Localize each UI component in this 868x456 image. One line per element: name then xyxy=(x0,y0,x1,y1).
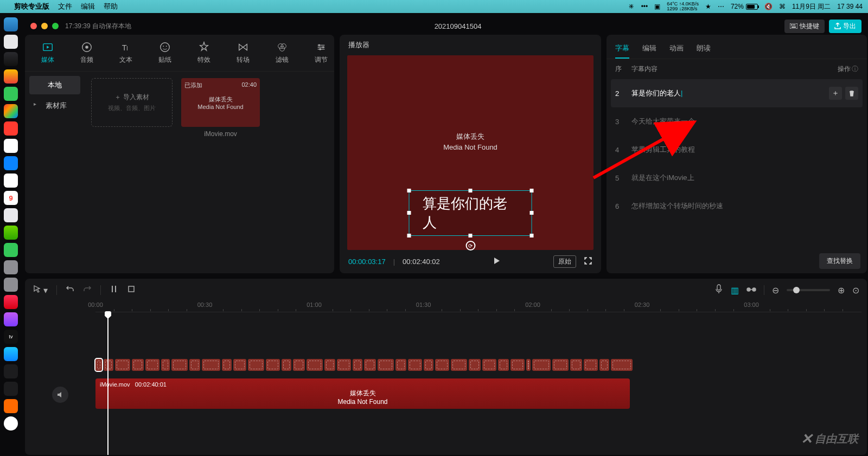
dock-app[interactable] xyxy=(4,416,18,431)
subtitle-row[interactable]: 3今天给大家带来一个 ＋ xyxy=(611,107,863,136)
mute-track-button[interactable] xyxy=(52,387,68,403)
menubar-date[interactable]: 11月9日 周二 xyxy=(792,2,831,11)
menu-file[interactable]: 文件 xyxy=(58,2,72,11)
volume-muted-icon[interactable]: 🔇 xyxy=(764,3,773,10)
subtitle-clip[interactable] xyxy=(293,359,305,371)
export-button[interactable]: 导出 xyxy=(829,20,861,33)
magnet-icon[interactable]: ▥ xyxy=(731,285,739,296)
menu-extra-icon[interactable]: ⋯ xyxy=(718,3,724,10)
status-grid-icon[interactable]: ⛯ xyxy=(628,3,635,10)
battery-indicator[interactable]: 72% xyxy=(731,3,758,10)
dock-app[interactable] xyxy=(4,121,18,136)
subtitle-clip[interactable] xyxy=(307,359,323,371)
subtitle-clip[interactable] xyxy=(132,359,144,371)
add-subtitle-icon[interactable]: ＋ xyxy=(829,200,842,213)
find-replace-button[interactable]: 查找替换 xyxy=(819,253,860,269)
subtitle-track[interactable] xyxy=(95,359,861,375)
subtitle-clip[interactable] xyxy=(104,359,113,371)
playhead[interactable] xyxy=(107,312,108,455)
subtitle-clip[interactable] xyxy=(510,359,525,371)
subtitle-clip[interactable] xyxy=(469,359,481,371)
import-media-button[interactable]: ＋ 导入素材 视频、音频、图片 xyxy=(91,78,173,127)
tab-sticker[interactable]: 贴纸 xyxy=(148,39,182,67)
subtitle-clip[interactable] xyxy=(584,359,598,371)
status-dots-icon[interactable]: ••• xyxy=(641,3,648,10)
subtitle-clip[interactable] xyxy=(498,359,509,371)
fullscreen-icon[interactable] xyxy=(584,256,592,267)
tab-text[interactable]: TI文本 xyxy=(108,39,143,67)
dock-app[interactable] xyxy=(4,104,18,118)
undo-icon[interactable] xyxy=(66,285,74,296)
dock-app[interactable] xyxy=(4,312,18,326)
add-subtitle-icon[interactable]: ＋ xyxy=(829,171,842,184)
dock-app[interactable] xyxy=(4,35,18,49)
subtitle-clip[interactable] xyxy=(202,359,220,371)
tab-read[interactable]: 朗读 xyxy=(697,39,711,59)
delete-subtitle-icon[interactable] xyxy=(845,171,858,184)
delete-subtitle-icon[interactable] xyxy=(845,200,858,213)
subtitle-overlay[interactable]: 算是你们的老人 ⟳ xyxy=(409,190,532,236)
subtitle-clip[interactable] xyxy=(599,359,609,371)
subtitle-clip[interactable] xyxy=(408,359,422,371)
pointer-tool-icon[interactable]: ▾ xyxy=(33,285,48,296)
app-name[interactable]: 剪映专业版 xyxy=(14,2,49,11)
subtitle-clip[interactable] xyxy=(451,359,467,371)
dock-app[interactable] xyxy=(4,17,18,31)
link-icon[interactable] xyxy=(746,285,756,295)
dock-app[interactable] xyxy=(4,243,18,257)
close-window-icon[interactable] xyxy=(30,23,37,29)
delete-subtitle-icon[interactable] xyxy=(845,115,858,128)
subtitle-clip[interactable] xyxy=(171,359,188,371)
tab-filter[interactable]: 滤镜 xyxy=(265,39,299,67)
delete-subtitle-icon[interactable] xyxy=(845,87,858,100)
menubar-time[interactable]: 17 39 44 xyxy=(837,3,863,10)
subtitle-row[interactable]: 6怎样增加这个转场时间的秒速 ＋ xyxy=(611,192,863,220)
subtitle-clip[interactable] xyxy=(189,359,200,371)
dock-app[interactable] xyxy=(4,208,18,222)
status-display-icon[interactable]: ▣ xyxy=(654,3,660,10)
rotate-handle-icon[interactable]: ⟳ xyxy=(465,241,475,251)
dock-app[interactable] xyxy=(4,87,18,101)
subtitle-clip[interactable] xyxy=(532,359,551,371)
tab-edit[interactable]: 编辑 xyxy=(642,39,656,59)
dock-app[interactable] xyxy=(4,260,18,274)
tab-animation[interactable]: 动画 xyxy=(669,39,684,59)
subtitle-clip[interactable] xyxy=(248,359,264,371)
tab-audio[interactable]: 音频 xyxy=(69,39,104,67)
play-button-icon[interactable] xyxy=(492,256,501,267)
subtitle-clip[interactable] xyxy=(364,359,376,371)
subtitle-clip[interactable] xyxy=(526,359,531,371)
dock-app[interactable]: 9 xyxy=(4,191,18,205)
sidebar-library[interactable]: ▸素材库 xyxy=(29,97,80,115)
subtitle-clip[interactable] xyxy=(424,359,433,371)
dock-app[interactable] xyxy=(4,399,18,413)
menu-edit[interactable]: 编辑 xyxy=(81,2,95,11)
dock-app[interactable] xyxy=(4,364,18,378)
subtitle-clip[interactable] xyxy=(115,359,130,371)
zoom-slider[interactable] xyxy=(787,289,830,291)
subtitle-clip[interactable] xyxy=(324,359,335,371)
media-thumbnail[interactable]: 已添加 02:40 媒体丢失 Media Not Found iMovie.mo… xyxy=(181,78,260,267)
dock-app[interactable] xyxy=(4,278,18,292)
subtitle-clip[interactable] xyxy=(161,359,170,371)
subtitle-row[interactable]: 4苹果剪辑工具的教程 ＋ xyxy=(611,136,863,164)
subtitle-row[interactable]: 2算是你们的老人 ＋ xyxy=(611,79,863,107)
dock-app[interactable] xyxy=(4,52,18,66)
add-subtitle-icon[interactable]: ＋ xyxy=(829,143,842,156)
subtitle-clip[interactable] xyxy=(435,359,449,371)
fullscreen-window-icon[interactable] xyxy=(52,23,59,29)
subtitle-clip[interactable] xyxy=(353,359,362,371)
timeline-ruler[interactable]: 00:0000:3001:0001:3002:0002:3003:00 xyxy=(95,301,861,312)
dock-app[interactable] xyxy=(4,295,18,309)
dock-app[interactable] xyxy=(4,226,18,240)
subtitle-clip[interactable] xyxy=(282,359,291,371)
tab-transition[interactable]: 转场 xyxy=(226,39,260,67)
dock-app[interactable] xyxy=(4,156,18,170)
tab-effect[interactable]: 特效 xyxy=(187,39,221,67)
subtitle-clip[interactable] xyxy=(233,359,246,371)
dock-app[interactable] xyxy=(4,382,18,396)
add-subtitle-icon[interactable]: ＋ xyxy=(829,115,842,128)
control-center-icon[interactable]: ⌘ xyxy=(779,3,786,10)
subtitle-row[interactable]: 5就是在这个iMovie上 ＋ xyxy=(611,164,863,192)
star-icon[interactable]: ★ xyxy=(705,3,711,10)
